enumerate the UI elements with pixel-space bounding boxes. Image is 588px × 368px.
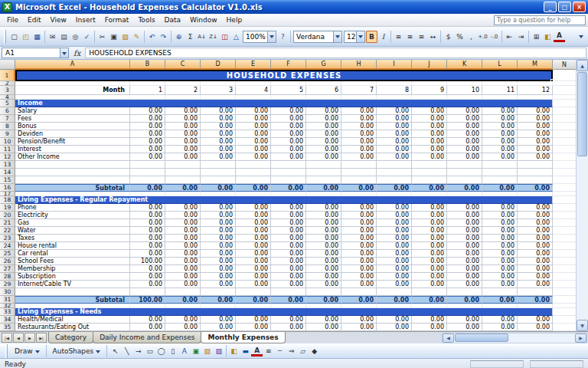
cell-n21[interactable] xyxy=(553,219,576,227)
cell-j12[interactable]: 0.00 xyxy=(412,153,447,161)
cell-d19[interactable]: 0.00 xyxy=(201,204,236,212)
cell-d3[interactable]: 3 xyxy=(201,86,236,95)
cell-l29[interactable]: 0.00 xyxy=(482,281,518,288)
3d-style-icon[interactable]: ◆ xyxy=(309,345,320,357)
cell-c8[interactable]: 0.00 xyxy=(165,123,201,130)
cell-g8[interactable]: 0.00 xyxy=(306,123,341,130)
cell-b6[interactable]: 0.00 xyxy=(130,107,165,115)
cell-h21[interactable]: 0.00 xyxy=(341,219,377,227)
cell-j23[interactable]: 0.00 xyxy=(412,235,447,242)
cell-g6[interactable]: 0.00 xyxy=(306,107,341,115)
column-header-e[interactable]: E xyxy=(236,60,271,70)
cell-b15[interactable] xyxy=(130,176,165,184)
cell-f7[interactable]: 0.00 xyxy=(271,115,306,123)
save-icon[interactable]: ▦ xyxy=(31,31,43,43)
hyperlink-icon[interactable]: ⊕ xyxy=(173,31,185,43)
cell-c21[interactable]: 0.00 xyxy=(165,219,201,227)
cell-j25[interactable]: 0.00 xyxy=(412,250,447,258)
cell-b29[interactable]: 0.00 xyxy=(130,281,165,288)
sort-descending-icon[interactable]: Z↓ xyxy=(207,31,219,43)
scroll-left-icon[interactable]: ◀ xyxy=(443,334,454,343)
cell-n25[interactable] xyxy=(553,250,576,258)
cell-e11[interactable]: 0.00 xyxy=(236,146,271,153)
cell-a26[interactable]: School Fees xyxy=(15,258,130,265)
cell-d34[interactable]: 0.00 xyxy=(201,316,236,324)
font-size-combo[interactable]: 12 xyxy=(344,31,365,43)
cell-d8[interactable]: 0.00 xyxy=(201,123,236,130)
cell-l8[interactable]: 0.00 xyxy=(482,123,518,130)
font-color-icon[interactable]: A xyxy=(251,346,263,356)
cell-n28[interactable] xyxy=(553,273,576,281)
cell-e23[interactable]: 0.00 xyxy=(236,235,271,242)
scroll-up-icon[interactable]: ▲ xyxy=(577,60,588,71)
cell-m35[interactable]: 0.00 xyxy=(518,324,553,331)
cell-n14[interactable] xyxy=(553,169,576,176)
cell-m11[interactable]: 0.00 xyxy=(518,146,553,153)
new-file-icon[interactable]: ▢ xyxy=(8,31,20,43)
cell-d22[interactable]: 0.00 xyxy=(201,227,236,235)
sort-ascending-icon[interactable]: A↓ xyxy=(196,31,207,43)
cell-l16[interactable]: 0.00 xyxy=(482,184,518,192)
cell-k24[interactable]: 0.00 xyxy=(447,242,482,250)
formula-input[interactable]: HOUSEHOLD EXPENSES xyxy=(85,48,586,58)
row-header-8[interactable]: 8 xyxy=(0,123,15,130)
cell-e14[interactable] xyxy=(236,169,271,176)
first-sheet-button[interactable]: |◀ xyxy=(2,333,12,343)
close-button[interactable]: × xyxy=(573,2,586,12)
section-header-living-expenses-needs[interactable]: Living Expenses - Needs xyxy=(15,308,553,316)
cell-j29[interactable]: 0.00 xyxy=(412,281,447,288)
cell-g25[interactable]: 0.00 xyxy=(306,250,341,258)
cell-a31[interactable]: Subtotal xyxy=(15,296,130,304)
column-header-b[interactable]: B xyxy=(130,60,165,70)
cell-h16[interactable]: 0.00 xyxy=(341,184,377,192)
cell-f24[interactable]: 0.00 xyxy=(271,242,306,250)
column-header-g[interactable]: G xyxy=(306,60,341,70)
cell-j30[interactable] xyxy=(412,288,447,296)
align-right-icon[interactable]: ≡ xyxy=(416,31,427,43)
cell-d10[interactable]: 0.00 xyxy=(201,138,236,146)
cell-i19[interactable]: 0.00 xyxy=(377,204,412,212)
cell-d29[interactable]: 0.00 xyxy=(201,281,236,288)
row-header-7[interactable]: 7 xyxy=(0,115,15,123)
cell-c7[interactable]: 0.00 xyxy=(165,115,201,123)
cell-n5[interactable] xyxy=(553,100,576,107)
cell-e30[interactable] xyxy=(236,288,271,296)
cell-k29[interactable]: 0.00 xyxy=(447,281,482,288)
menu-file[interactable]: File xyxy=(2,15,23,25)
cell-n13[interactable] xyxy=(553,161,576,169)
cell-i27[interactable]: 0.00 xyxy=(377,265,412,273)
cell-g7[interactable]: 0.00 xyxy=(306,115,341,123)
vertical-scrollbar[interactable]: ▲ ▼ xyxy=(576,60,588,331)
cell-k27[interactable]: 0.00 xyxy=(447,265,482,273)
zoom-combo[interactable]: 100% xyxy=(243,31,276,43)
cell-g23[interactable]: 0.00 xyxy=(306,235,341,242)
cell-j10[interactable]: 0.00 xyxy=(412,138,447,146)
cell-j35[interactable]: 0.00 xyxy=(412,324,447,331)
cell-m31[interactable]: 0.00 xyxy=(518,296,553,304)
cell-a11[interactable]: Interest xyxy=(15,146,130,153)
cell-f30[interactable] xyxy=(271,288,306,296)
cell-k16[interactable]: 0.00 xyxy=(447,184,482,192)
row-header-19[interactable]: 19 xyxy=(0,204,15,212)
cell-l11[interactable]: 0.00 xyxy=(482,146,518,153)
help-input[interactable] xyxy=(494,15,586,25)
cell-h15[interactable] xyxy=(341,176,377,184)
cell-n16[interactable] xyxy=(553,184,576,192)
cell-f16[interactable]: 0.00 xyxy=(271,184,306,192)
cell-g22[interactable]: 0.00 xyxy=(306,227,341,235)
cell-i34[interactable]: 0.00 xyxy=(377,316,412,324)
currency-icon[interactable]: $ xyxy=(443,31,454,43)
cell-h29[interactable]: 0.00 xyxy=(341,281,377,288)
cell-f31[interactable]: 0.00 xyxy=(271,296,306,304)
email-icon[interactable]: ✉ xyxy=(47,31,58,43)
row-header-24[interactable]: 24 xyxy=(0,242,15,250)
cell-k15[interactable] xyxy=(447,176,482,184)
wordart-icon[interactable]: A xyxy=(178,345,190,357)
row-header-26[interactable]: 26 xyxy=(0,258,15,265)
cell-h3[interactable]: 7 xyxy=(341,86,377,95)
cell-e28[interactable]: 0.00 xyxy=(236,273,271,281)
scroll-right-icon[interactable]: ▶ xyxy=(575,334,586,343)
cell-n15[interactable] xyxy=(553,176,576,184)
row-header-3[interactable]: 3 xyxy=(0,86,15,95)
draw-menu-button[interactable]: Draw xyxy=(11,345,44,357)
